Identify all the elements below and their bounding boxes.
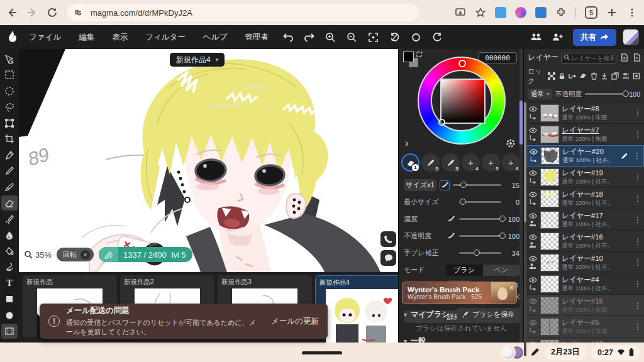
date-pill[interactable]: 2月23日 <box>545 345 586 360</box>
layer-menu-icon[interactable]: ⋮ <box>633 301 643 310</box>
eraser-tool[interactable] <box>1 195 18 211</box>
layer-row[interactable]: レイヤー#17通常 100% | 社不。 ⋮ <box>524 209 644 231</box>
layer-menu-icon[interactable]: ⋮ <box>633 109 643 118</box>
saturation-value-square[interactable] <box>440 79 486 124</box>
size-slider[interactable] <box>453 184 501 186</box>
layer-menu-icon[interactable]: ⋮ <box>632 151 642 160</box>
extension-notebook-icon[interactable] <box>495 7 506 18</box>
foreground-swatch[interactable] <box>403 52 414 62</box>
shelf-handle[interactable] <box>302 351 342 354</box>
update-email-action[interactable]: メールの更新 <box>271 316 319 327</box>
active-user-icon[interactable] <box>529 220 536 227</box>
browser-menu-icon[interactable] <box>626 7 638 18</box>
layer-follow-icon[interactable] <box>529 284 536 291</box>
rotate-reset-pill[interactable]: 回転 × <box>57 248 94 261</box>
frame-tool[interactable] <box>1 324 18 339</box>
visibility-eye-icon[interactable] <box>530 149 538 155</box>
menu-admin[interactable]: 管理者 <box>237 28 276 47</box>
brush-slot-1[interactable]: 1 <box>401 153 419 172</box>
fit-screen-icon[interactable] <box>364 29 383 45</box>
back-icon[interactable] <box>6 7 18 18</box>
menu-filter[interactable]: フィルター <box>138 28 193 47</box>
hue-marker[interactable] <box>458 60 466 67</box>
extensions-puzzle-icon[interactable] <box>555 7 567 18</box>
crop-tool[interactable] <box>1 131 18 146</box>
forward-icon[interactable] <box>26 7 38 18</box>
transform-tool[interactable] <box>1 116 18 131</box>
visibility-eye-icon[interactable] <box>529 277 537 283</box>
brush-pack-banner[interactable]: Wynter's Brush Pack Wynter's Brush Pack … <box>402 282 517 304</box>
mode-brush-option[interactable]: ブラシ <box>446 265 483 276</box>
extension-screenshot-icon[interactable] <box>535 7 547 18</box>
visibility-eye-icon[interactable] <box>529 256 537 261</box>
smudge-tool[interactable] <box>1 260 18 275</box>
layer-menu-icon[interactable]: ⋮ <box>633 322 643 331</box>
flatten-icon[interactable] <box>622 71 630 81</box>
brush-slot-6[interactable]: +6 <box>502 153 520 172</box>
alpha-lock-icon[interactable] <box>579 71 587 81</box>
active-user-icon[interactable] <box>529 241 536 248</box>
clipping-mask-icon[interactable] <box>633 71 640 81</box>
zoom-indicator[interactable]: 35% <box>24 250 52 260</box>
reload-icon[interactable] <box>47 7 58 18</box>
layer-row[interactable]: レイヤー#15通常 100% | 朱鷺 ⋮ <box>524 295 644 316</box>
stabilize-slider[interactable] <box>459 252 501 254</box>
shelf-avatars[interactable] <box>501 345 525 360</box>
ellipse-select-tool[interactable] <box>1 84 18 99</box>
menu-help[interactable]: ヘルプ <box>196 28 235 47</box>
collaborators-icon[interactable] <box>526 29 545 45</box>
mode-pen-option[interactable]: ペン <box>483 265 520 276</box>
visibility-eye-icon[interactable] <box>529 170 537 176</box>
sv-cursor[interactable] <box>438 119 445 126</box>
drawing-canvas[interactable]: 89 <box>19 49 398 272</box>
menu-view[interactable]: 表示 <box>104 28 135 47</box>
collapse-panel-icon[interactable]: › <box>405 137 409 150</box>
move-lock-icon[interactable] <box>569 71 576 81</box>
install-app-icon[interactable] <box>455 7 466 18</box>
close-icon[interactable]: × <box>80 250 90 260</box>
layer-row[interactable]: レイヤー#8通常 100% | 朱鷺 ⋮ <box>524 102 644 124</box>
zoom-out-icon[interactable] <box>343 29 362 45</box>
blur-tool[interactable] <box>1 228 18 243</box>
menu-file[interactable]: ファイル <box>21 28 69 47</box>
level-progress-pill[interactable]: 1337 / 2400lvl 5 <box>99 247 192 262</box>
layer-follow-icon[interactable] <box>529 113 536 120</box>
color-settings-gear-icon[interactable] <box>506 138 516 148</box>
magma-logo-icon[interactable] <box>5 30 19 45</box>
blend-mode-select[interactable]: 通常 ▾ <box>528 89 552 99</box>
invite-user-icon[interactable] <box>548 29 567 45</box>
tab-counter[interactable]: 5 <box>585 6 597 19</box>
layer-row[interactable]: レイヤー#10通常 100% | 社不。 ⋮ <box>524 252 644 273</box>
extension-swirl-icon[interactable] <box>515 7 526 18</box>
address-bar[interactable]: magma.com/d/drMPkDyJ2A <box>67 4 419 21</box>
panel-scrollbar[interactable] <box>519 49 523 343</box>
lock-icon[interactable] <box>558 71 566 81</box>
swap-colors-icon[interactable] <box>416 51 423 58</box>
density-slider[interactable] <box>459 218 501 220</box>
layer-follow-icon[interactable] <box>530 156 537 163</box>
undo-icon[interactable] <box>279 29 297 45</box>
layer-menu-icon[interactable]: ⋮ <box>633 173 643 182</box>
min-size-slider[interactable] <box>459 201 501 203</box>
zoom-in-icon[interactable] <box>321 29 340 45</box>
layer-row[interactable]: レイヤー#7通常 100% | 朱鷺 ⋮ <box>524 124 644 145</box>
chat-button[interactable] <box>380 250 396 266</box>
visibility-eye-icon[interactable] <box>529 106 537 112</box>
bookmark-star-icon[interactable] <box>475 7 486 18</box>
pressure-opacity-icon[interactable] <box>446 231 456 241</box>
layer-follow-icon[interactable] <box>529 327 536 334</box>
transparency-lock-icon[interactable] <box>548 71 555 81</box>
pencil-tool[interactable] <box>1 163 18 178</box>
rotate-ccw-icon[interactable] <box>386 29 404 45</box>
layer-menu-icon[interactable]: ⋮ <box>633 194 643 203</box>
rect-shape-tool[interactable] <box>1 292 18 307</box>
lasso-tool[interactable] <box>1 99 18 114</box>
hue-wheel[interactable] <box>418 57 506 145</box>
new-tab-icon[interactable] <box>606 7 618 18</box>
layer-follow-icon[interactable] <box>529 134 536 141</box>
brush-slot-2[interactable]: 2 <box>421 153 440 172</box>
fill-bucket-tool[interactable] <box>1 244 18 259</box>
layer-row-selected[interactable]: レイヤー#20通常 100% | 社不。 ⋮ <box>524 145 644 167</box>
artwork-title-dropdown[interactable]: 新規作品4 ▾ <box>170 53 225 67</box>
size-label-button[interactable]: サイズx1 <box>404 179 436 191</box>
